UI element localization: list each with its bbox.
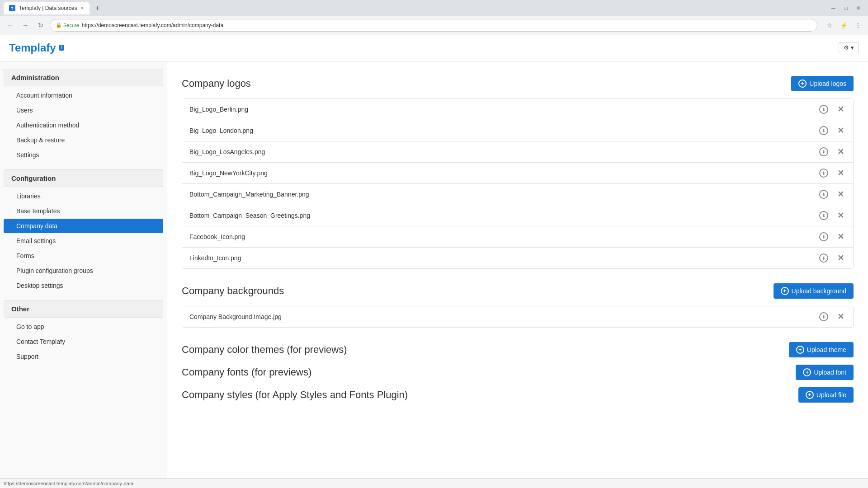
styles-section-header: Company styles (for Apply Styles and Fon… [182,387,854,403]
file-actions: ⬇ ✕ [817,167,846,179]
back-button[interactable]: ← [4,19,16,32]
upload-file-icon: + [806,391,814,399]
main-layout: Administration Account information Users… [0,61,868,478]
address-bar[interactable]: 🔒 Secure https://demoscreencast.templafy… [50,19,817,32]
delete-button[interactable]: ✕ [835,311,846,323]
download-button[interactable]: ⬇ [817,189,830,200]
delete-icon: ✕ [837,169,844,178]
sidebar-item-plugin-configuration-groups[interactable]: Plugin configuration groups [4,263,163,278]
upload-theme-button[interactable]: + Upload theme [789,342,854,357]
close-window-button[interactable]: ✕ [853,2,864,14]
menu-button[interactable]: ⋮ [852,19,864,32]
download-icon: ⬇ [819,312,828,321]
tab-title: Templafy | Data sources [19,5,77,11]
browser-tab[interactable]: T Templafy | Data sources × [4,2,90,14]
configuration-header: Configuration [4,169,163,187]
download-button[interactable]: ⬇ [817,146,830,158]
sidebar-item-forms[interactable]: Forms [4,249,163,263]
settings-dropdown-button[interactable]: ⚙ ▾ [839,42,859,53]
delete-button[interactable]: ✕ [835,188,846,200]
status-bar: https://demoscreencast.templafy.com/admi… [0,478,868,488]
backgrounds-title: Company backgrounds [182,285,284,297]
download-icon: ⬇ [819,105,828,114]
delete-button[interactable]: ✕ [835,146,846,158]
bookmark-button[interactable]: ☆ [823,19,835,32]
sidebar-item-desktop-settings[interactable]: Desktop settings [4,278,163,293]
delete-icon: ✕ [837,105,844,114]
dropdown-arrow-icon: ▾ [851,44,854,51]
sidebar-item-account-information[interactable]: Account information [4,88,163,103]
table-row: Big_Logo_LosAngeles.png ⬇ ✕ [182,141,853,163]
download-button[interactable]: ⬇ [817,253,830,264]
table-row: Big_Logo_London.png ⬇ ✕ [182,120,853,141]
sidebar-item-settings[interactable]: Settings [4,148,163,162]
file-name: Bottom_Campaign_Season_Greetings.png [189,212,817,219]
secure-badge: 🔒 Secure [56,22,79,28]
delete-button[interactable]: ✕ [835,167,846,179]
url-text: https://demoscreencast.templafy.com/admi… [82,22,223,28]
new-tab-button[interactable]: + [91,2,104,14]
file-actions: ⬇ ✕ [817,146,846,158]
file-name: LinkedIn_Icon.png [189,254,817,262]
download-icon: ⬇ [819,126,828,135]
administration-header: Administration [4,69,163,86]
extensions-button[interactable]: ⚡ [837,19,850,32]
delete-button[interactable]: ✕ [835,252,846,264]
sidebar-item-company-data[interactable]: Company data [4,219,163,233]
delete-icon: ✕ [837,126,844,135]
download-button[interactable]: ⬇ [817,168,830,179]
forward-button[interactable]: → [19,19,32,32]
upload-background-icon: + [781,287,789,295]
sidebar-item-email-settings[interactable]: Email settings [4,234,163,248]
download-icon: ⬇ [819,169,828,178]
minimize-button[interactable]: ─ [827,2,839,14]
gear-icon: ⚙ [844,44,849,51]
logos-section-header: Company logos + Upload logos [182,76,854,91]
delete-button[interactable]: ✕ [835,231,846,243]
download-button[interactable]: ⬇ [817,210,830,221]
upload-background-button[interactable]: + Upload background [774,283,854,299]
upload-font-button[interactable]: + Upload font [796,365,854,380]
delete-icon: ✕ [837,232,844,241]
download-button[interactable]: ⬇ [817,311,830,323]
backgrounds-section-header: Company backgrounds + Upload background [182,283,854,299]
sidebar-item-go-to-app[interactable]: Go to app [4,319,163,334]
download-button[interactable]: ⬇ [817,231,830,243]
upload-file-label: Upload file [816,391,846,399]
file-actions: ⬇ ✕ [817,188,846,200]
upload-logos-button[interactable]: + Upload logos [791,76,854,91]
refresh-button[interactable]: ↻ [34,19,47,32]
upload-font-label: Upload font [814,369,846,376]
logo: Templafy T [9,42,64,54]
download-button[interactable]: ⬇ [817,104,830,115]
delete-icon: ✕ [837,312,844,321]
delete-icon: ✕ [837,147,844,156]
delete-button[interactable]: ✕ [835,210,846,221]
sidebar-item-base-templates[interactable]: Base templates [4,204,163,218]
upload-font-icon: + [803,368,811,376]
styles-title: Company styles (for Apply Styles and Fon… [182,389,408,401]
sidebar-item-authentication-method[interactable]: Authentication method [4,118,163,132]
tab-close-button[interactable]: × [81,5,84,11]
table-row: Bottom_Campaign_Season_Greetings.png ⬇ ✕ [182,205,853,226]
delete-button[interactable]: ✕ [835,103,846,115]
sidebar-item-support[interactable]: Support [4,349,163,364]
table-row: Company Background Image.jpg ⬇ ✕ [182,306,853,327]
table-row: Big_Logo_Berlin.png ⬇ ✕ [182,99,853,120]
sidebar-item-libraries[interactable]: Libraries [4,189,163,203]
sidebar-item-backup-restore[interactable]: Backup & restore [4,133,163,147]
upload-file-button[interactable]: + Upload file [798,387,854,403]
logo-text: Templafy [9,42,56,54]
sidebar-item-users[interactable]: Users [4,103,163,117]
sidebar-item-contact-templafy[interactable]: Contact Templafy [4,334,163,349]
upload-logos-icon: + [798,80,807,88]
maximize-button[interactable]: □ [840,2,852,14]
upload-background-label: Upload background [792,287,846,295]
delete-icon: ✕ [837,211,844,220]
file-name: Big_Logo_LosAngeles.png [189,148,817,155]
file-actions: ⬇ ✕ [817,103,846,115]
table-row: Big_Logo_NewYorkCity.png ⬇ ✕ [182,163,853,184]
delete-button[interactable]: ✕ [835,125,846,136]
table-row: Facebook_Icon.png ⬇ ✕ [182,226,853,248]
download-button[interactable]: ⬇ [817,125,830,136]
